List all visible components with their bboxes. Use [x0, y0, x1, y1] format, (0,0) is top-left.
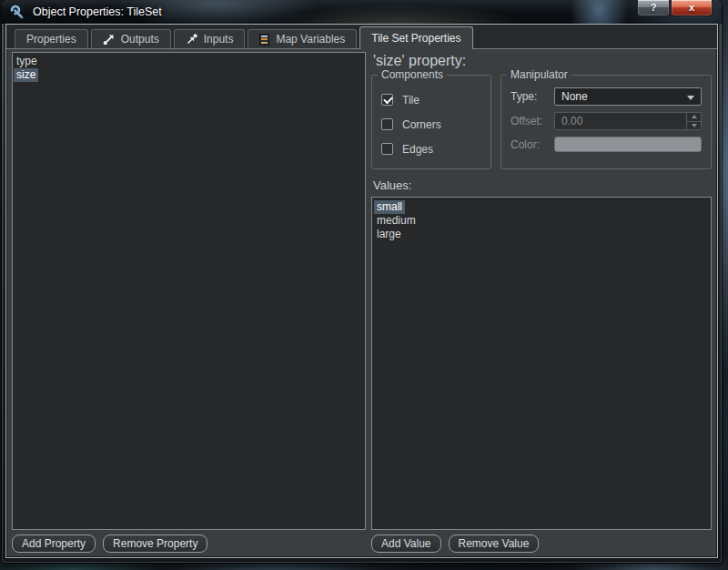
object-properties-window: Object Properties: TileSet ? x Propertie… [2, 0, 722, 563]
spinner-buttons [686, 113, 701, 129]
tile-checkbox[interactable] [381, 94, 393, 106]
caption-buttons: ? x [637, 0, 713, 16]
values-label: Values: [373, 178, 712, 192]
type-row: Type: None [511, 87, 702, 106]
bottom-button-row: Add Property Remove Property Add Value R… [6, 530, 717, 557]
left-column: type size [12, 52, 366, 530]
offset-spinbox[interactable]: 0.00 [554, 112, 702, 130]
offset-value: 0.00 [555, 113, 686, 129]
offset-label: Offset: [511, 115, 554, 127]
property-buttons: Add Property Remove Property [12, 534, 371, 553]
tab-label: Inputs [204, 33, 234, 46]
checkbox-label: Tile [402, 94, 420, 107]
spin-up-button[interactable] [687, 113, 701, 122]
tab-properties[interactable]: Properties [15, 29, 88, 48]
tab-inputs[interactable]: Inputs [174, 29, 246, 48]
list-item[interactable]: large [374, 228, 404, 241]
chevron-down-icon [687, 96, 694, 100]
type-label: Type: [511, 90, 554, 103]
add-value-button[interactable]: Add Value [371, 534, 441, 553]
layers-icon [259, 34, 269, 46]
manipulator-group: Manipulator Type: None Offset: 0.00 [500, 75, 712, 169]
manipulator-type-dropdown[interactable]: None [554, 87, 702, 106]
input-arrow-icon [186, 34, 197, 46]
group-title: Components [378, 68, 447, 81]
value-buttons: Add Value Remove Value [371, 534, 712, 553]
remove-value-button[interactable]: Remove Value [449, 534, 540, 553]
window-title: Object Properties: TileSet [33, 5, 162, 18]
tab-label: Outputs [121, 33, 159, 46]
corners-checkbox[interactable] [381, 118, 393, 130]
spin-up-icon [692, 115, 697, 118]
components-group: Components Tile Corners Edges [371, 75, 491, 169]
close-icon: x [689, 3, 694, 13]
output-arrow-icon [103, 34, 115, 46]
tab-content: type size 'size' property: Components Ti… [6, 49, 717, 530]
checkbox-row-edges[interactable]: Edges [381, 137, 481, 161]
color-label: Color: [511, 138, 554, 151]
tab-label: Tile Set Properties [371, 32, 460, 45]
title-bar[interactable]: Object Properties: TileSet ? x [2, 0, 722, 24]
tab-label: Map Variables [276, 33, 345, 46]
tab-bar: Properties Outputs Inputs [6, 25, 717, 49]
color-swatch-button[interactable] [554, 137, 702, 152]
remove-property-button[interactable]: Remove Property [103, 534, 207, 553]
help-icon: ? [651, 3, 657, 13]
wrench-icon [9, 5, 25, 20]
group-title: Manipulator [507, 68, 571, 81]
checkbox-row-tile[interactable]: Tile [381, 87, 481, 112]
add-property-button[interactable]: Add Property [12, 534, 96, 553]
list-item[interactable]: type [14, 55, 40, 68]
close-button[interactable]: x [671, 0, 713, 16]
edges-checkbox[interactable] [381, 143, 393, 155]
client-area: Properties Outputs Inputs [5, 24, 718, 558]
tab-label: Properties [26, 33, 76, 46]
checkbox-label: Corners [402, 118, 441, 131]
dropdown-value: None [561, 90, 588, 103]
values-list[interactable]: small medium large [371, 197, 712, 530]
checkbox-row-corners[interactable]: Corners [381, 112, 481, 137]
property-list[interactable]: type size [12, 52, 366, 530]
tab-outputs[interactable]: Outputs [91, 29, 171, 48]
tab-tile-set-properties[interactable]: Tile Set Properties [359, 26, 472, 49]
offset-row: Offset: 0.00 [511, 112, 702, 130]
spin-down-button[interactable] [687, 122, 701, 130]
list-item[interactable]: medium [374, 214, 419, 228]
right-column: 'size' property: Components Tile Corners [371, 52, 712, 530]
color-row: Color: [511, 137, 702, 152]
group-row: Components Tile Corners Edges [371, 75, 712, 169]
list-item[interactable]: size [14, 68, 38, 82]
list-item[interactable]: small [374, 200, 405, 214]
spin-down-icon [692, 124, 697, 127]
help-button[interactable]: ? [637, 0, 670, 16]
tab-map-variables[interactable]: Map Variables [248, 29, 357, 48]
checkbox-label: Edges [402, 143, 433, 156]
